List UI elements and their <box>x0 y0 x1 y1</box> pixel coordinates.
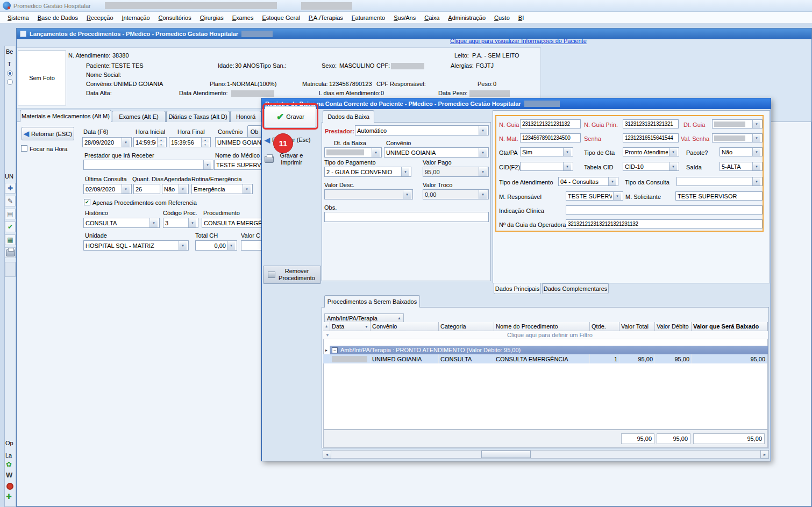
dialog-convenio-combo[interactable]: UNIMED GOIANIA ▾ <box>384 147 489 158</box>
dropdown-arrow-icon[interactable]: ▾ <box>752 120 760 128</box>
horizontal-scrollbar[interactable] <box>323 450 769 459</box>
obs-input[interactable] <box>324 212 489 222</box>
menu-cirurgias[interactable]: Cirurgias <box>196 13 228 23</box>
printer-icon[interactable] <box>5 247 16 258</box>
menu-recepcao[interactable]: Recepção <box>82 13 118 23</box>
tab-materiais-medicamentos[interactable]: Materiais e Medicamentos (Alt M) <box>20 110 111 122</box>
filter-icon[interactable]: ▼ <box>323 333 332 338</box>
total-ch-combo[interactable]: 0,00 ▾ <box>195 240 237 251</box>
plus-icon[interactable]: ✚ <box>6 492 12 501</box>
dropdown-arrow-icon[interactable]: ▾ <box>669 148 677 156</box>
dropdown-arrow-icon[interactable]: ▾ <box>122 184 130 194</box>
hora-final-spinner[interactable]: 15:39:56 ▴▾ <box>169 137 211 147</box>
saida-combo[interactable]: 5-ALTA ▾ <box>720 162 763 171</box>
codigo-proc-combo[interactable]: 3 ▾ <box>163 218 198 228</box>
tabela-cid-combo[interactable]: CID-10 ▾ <box>623 162 679 171</box>
grid-header-valor-baixado[interactable]: Valor que Será Baixado <box>692 322 767 331</box>
dropdown-arrow-icon[interactable]: ▾ <box>752 148 760 156</box>
tab-diarias-taxas[interactable]: Diárias e Taxas (Alt D) <box>166 111 230 122</box>
menu-consultorios[interactable]: Consultórios <box>154 13 196 23</box>
dropdown-arrow-icon[interactable]: ▾ <box>122 138 130 147</box>
menu-caixa[interactable]: Caixa <box>420 13 444 23</box>
rotina-combo[interactable]: Emergência ▾ <box>191 184 253 194</box>
cid-combo[interactable]: ▾ <box>520 162 573 171</box>
dropdown-arrow-icon[interactable]: ▾ <box>563 148 571 156</box>
row-cell-valor-debito[interactable]: 95,00 <box>655 354 692 363</box>
focar-checkbox[interactable] <box>21 145 27 152</box>
dropdown-arrow-icon[interactable]: ▾ <box>179 184 187 194</box>
grid-icon[interactable]: ▦ <box>5 234 16 245</box>
spin-down-icon[interactable]: ▾ <box>158 142 165 147</box>
tipo-consulta-combo[interactable]: ▾ <box>676 177 763 186</box>
dropdown-arrow-icon[interactable]: ▾ <box>563 162 571 170</box>
pacote-combo[interactable]: Não ▾ <box>720 147 763 156</box>
menu-pa-terapias[interactable]: P.A./Terapias <box>304 13 347 23</box>
menu-bi[interactable]: BI <box>514 13 528 23</box>
dropdown-arrow-icon[interactable]: ▾ <box>243 184 251 194</box>
tab-procedimentos-baixados[interactable]: Procedimentos a Serem Baixados <box>324 295 420 308</box>
dock-blank-button[interactable] <box>5 262 16 277</box>
menu-internacao[interactable]: Internação <box>118 13 154 23</box>
flower-icon[interactable]: ✿ <box>6 460 12 468</box>
dropdown-arrow-icon[interactable]: ▾ <box>608 177 616 185</box>
grid-header-convenio[interactable]: Convênio <box>371 322 439 331</box>
grid-header-categoria[interactable]: Categoria <box>439 322 494 331</box>
row-cell-procedimento[interactable]: CONSULTA EMERGÊNCIA <box>494 354 590 363</box>
dropdown-arrow-icon[interactable]: ▾ <box>227 241 235 250</box>
w-icon[interactable]: W <box>6 471 12 479</box>
grid-header-nome-procedimento[interactable]: Nome do Procedimento <box>494 322 590 331</box>
dropdown-arrow-icon[interactable]: ▾ <box>752 177 760 185</box>
menu-base-de-dados[interactable]: Base de Dados <box>33 13 82 23</box>
dt-baixa-combo[interactable]: ▾ <box>324 147 382 158</box>
dropdown-arrow-icon[interactable]: ▾ <box>203 160 211 169</box>
row-cell-data[interactable] <box>330 354 371 363</box>
red-circle-icon[interactable] <box>6 483 13 490</box>
edit-icon[interactable]: ✎ <box>5 196 16 206</box>
data-f6-combo[interactable]: 28/09/2020 ▾ <box>82 137 132 147</box>
m-solicitante-input[interactable]: TESTE SUPERVISOR <box>675 191 763 201</box>
tab-dados-complementares[interactable]: Dados Complementares <box>542 283 609 294</box>
patient-info-link[interactable]: Clique aqui para visualizar Informações … <box>450 38 587 44</box>
dock-radio-1[interactable] <box>7 70 13 76</box>
tipo-atendimento-combo[interactable]: 04 - Consultas ▾ <box>558 177 618 186</box>
dropdown-arrow-icon[interactable]: ▾ <box>401 167 409 176</box>
row-cell-convenio[interactable]: UNIMED GOIANIA <box>371 354 439 363</box>
menu-custo[interactable]: Custo <box>490 13 514 23</box>
n-guia-prin-input[interactable]: 31231231321321321 <box>623 119 679 128</box>
menu-administracao[interactable]: Administração <box>444 13 490 23</box>
row-cell-qtde[interactable]: 1 <box>590 354 619 363</box>
ob-button[interactable]: Ob <box>247 125 261 138</box>
row-cell-categoria[interactable]: CONSULTA <box>439 354 494 363</box>
menu-faturamento[interactable]: Faturamento <box>347 13 389 23</box>
grid-header-qtde[interactable]: Qtde. <box>590 322 619 331</box>
historico-combo[interactable]: CONSULTA ▾ <box>83 218 160 228</box>
tab-dados-baixa[interactable]: Dados da Baixa <box>323 110 374 123</box>
dropdown-arrow-icon[interactable]: ▾ <box>479 148 487 157</box>
dropdown-arrow-icon[interactable]: ▾ <box>613 192 621 200</box>
tab-honorarios[interactable]: Honorá <box>230 111 261 122</box>
menu-sus-ans[interactable]: Sus/Ans <box>389 13 420 23</box>
senha-input[interactable]: 12312316515641544 <box>623 133 679 142</box>
grid-header-valor-debito[interactable]: Valor Débito <box>655 322 692 331</box>
dropdown-arrow-icon[interactable]: ▾ <box>669 162 677 170</box>
menu-sistema[interactable]: Sistema <box>3 13 33 23</box>
row-cell-valor-total[interactable]: 95,00 <box>619 354 655 363</box>
tipo-pagamento-combo[interactable]: 2 - GUIA DE CONVENIO ▾ <box>324 167 411 177</box>
indicacao-clinica-input[interactable] <box>566 205 763 215</box>
tab-dados-principais[interactable]: Dados Principais <box>494 283 541 294</box>
dropdown-arrow-icon[interactable]: ▾ <box>372 148 380 157</box>
retornar-button[interactable]: ◀ Retornar (ESC) <box>22 127 74 140</box>
dropdown-arrow-icon[interactable]: ▾ <box>188 218 196 227</box>
spin-down-icon[interactable]: ▾ <box>202 142 209 147</box>
menu-estoque-geral[interactable]: Estoque Geral <box>258 13 304 23</box>
dt-guia-combo[interactable]: ▾ <box>712 119 763 128</box>
tab-exames[interactable]: Exames (Alt E) <box>112 111 166 122</box>
collapse-icon[interactable]: − <box>332 347 338 353</box>
n-guia-operadora-input[interactable]: 3213212123132121321231132 <box>566 219 763 228</box>
gta-pa-combo[interactable]: Sim ▾ <box>520 147 573 156</box>
remover-procedimento-button[interactable]: Remover Procedimento <box>263 266 321 284</box>
prestador-receber-combo[interactable]: ▾ <box>83 160 213 170</box>
n-mat-input[interactable]: 12345678901234500 <box>520 133 581 142</box>
scrollbar-thumb[interactable] <box>481 451 531 458</box>
scroll-left-button[interactable]: ◄ <box>323 450 331 459</box>
